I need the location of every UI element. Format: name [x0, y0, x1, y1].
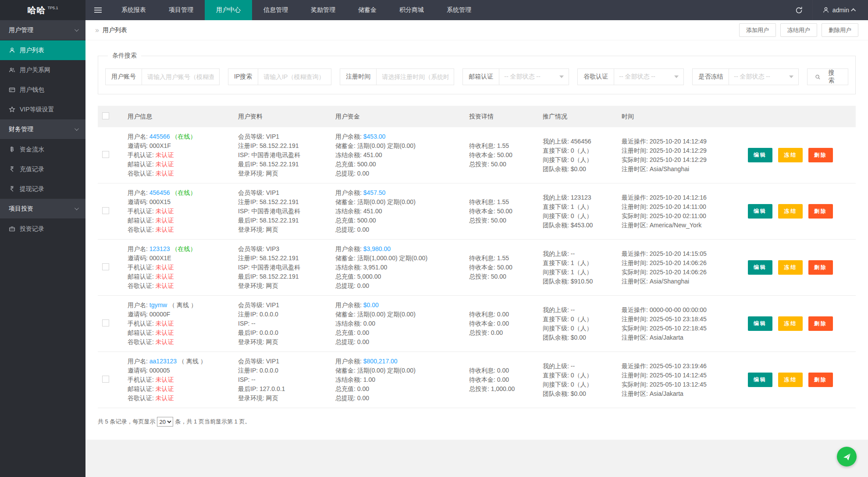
frozen-status-group: 是否冻结 -- 全部状态 --: [692, 68, 799, 85]
freeze-user-button[interactable]: 冻结用户: [780, 23, 817, 37]
ip-search-input[interactable]: [258, 69, 331, 85]
username-link[interactable]: 456456: [149, 189, 170, 196]
sidebar-item-user-network[interactable]: 用户关系网: [0, 60, 85, 80]
register-time: 2025-10-20 14:11:00: [650, 203, 706, 210]
total-withdraw: 0.00: [357, 226, 369, 233]
freeze-button[interactable]: 冻结: [778, 316, 803, 331]
edit-button[interactable]: 编辑: [748, 316, 772, 331]
username-link[interactable]: 445566: [149, 133, 170, 140]
select-all-checkbox[interactable]: [102, 112, 109, 119]
freeze-button[interactable]: 冻结: [778, 204, 803, 219]
register-ip: 58.152.22.191: [260, 255, 299, 262]
tab-project-manage[interactable]: 项目管理: [157, 0, 205, 20]
sidebar-item-user-list[interactable]: 用户列表: [0, 40, 85, 60]
register-time-input[interactable]: [377, 69, 454, 85]
cell-promotion: 我的上级: -- 直接下级: 0（人） 间接下级: 0（人） 团队余额: $0.…: [538, 352, 617, 408]
upline: --: [571, 362, 575, 369]
search-button[interactable]: 搜 索: [807, 68, 848, 85]
username-link[interactable]: 123123: [149, 245, 170, 252]
edit-button[interactable]: 编辑: [748, 148, 772, 162]
cell-user-profile: 会员等级: VIP1 注册IP: 0.0.0.0 ISP: -- 最后IP: 0…: [234, 296, 331, 352]
refresh-button[interactable]: [785, 0, 812, 20]
row-checkbox[interactable]: [102, 151, 109, 158]
sidebar-item-label: 用户关系网: [20, 66, 50, 74]
indirect-subordinates: 1（人）: [571, 269, 593, 276]
page-size-select[interactable]: 20: [157, 417, 173, 427]
hamburger-menu-icon[interactable]: [85, 0, 110, 20]
cell-invest-detail: 待收利息: 1.55 待收本金: 50.00 总投资: 50.00: [465, 240, 538, 296]
search-panel: 条件搜索 用户账号 IP搜索 注册时间 邮箱认证: [98, 52, 856, 94]
online-status: （ 离线 ）: [178, 358, 206, 365]
tab-system-manage[interactable]: 系统管理: [435, 0, 483, 20]
tab-info-manage[interactable]: 信息管理: [252, 0, 299, 20]
invite-code: 000X15: [149, 198, 171, 205]
upline: 456456: [571, 138, 591, 145]
delete-button[interactable]: 删除: [808, 204, 833, 219]
floating-action-button[interactable]: [837, 447, 857, 466]
isp: 中国香港电讯盈科: [251, 208, 300, 215]
add-user-button[interactable]: 添加用户: [739, 23, 776, 37]
login-env: 网页: [266, 226, 278, 233]
tab-savings[interactable]: 储蓄金: [347, 0, 388, 20]
delete-button[interactable]: 删除: [808, 373, 833, 387]
sidebar-section-project-invest[interactable]: 项目投资: [0, 199, 85, 219]
indirect-subordinates: 0（人）: [571, 212, 593, 219]
total-recharge: 500.00: [357, 217, 376, 224]
total-recharge: 500.00: [357, 161, 376, 168]
sidebar-item-vip-settings[interactable]: VIP等级设置: [0, 100, 85, 119]
sidebar-item-fund-flow[interactable]: 资金流水: [0, 140, 85, 159]
username-link[interactable]: tgymw: [149, 301, 167, 308]
freeze-button[interactable]: 冻结: [778, 148, 803, 162]
cell-actions: 编辑 冻结 删除: [743, 183, 856, 240]
google-auth-status: 未认证: [156, 282, 174, 289]
edit-button[interactable]: 编辑: [748, 373, 772, 387]
cell-user-info: 用户名: tgymw（ 离线 ） 邀请码: 00000F 手机认证: 未认证 邮…: [123, 296, 234, 352]
invite-code: 000X1E: [149, 255, 171, 262]
vip-level: VIP1: [266, 358, 279, 365]
sidebar-section-finance-manage[interactable]: 财务管理: [0, 119, 85, 140]
sidebar-item-user-wallet[interactable]: 用户钱包: [0, 80, 85, 100]
sidebar-section-label: 项目投资: [9, 205, 33, 213]
pagination-suffix: 条，共 1 页当前显示第 1 页。: [175, 418, 250, 426]
row-checkbox[interactable]: [102, 319, 109, 326]
username-input[interactable]: [142, 69, 219, 85]
tab-points-mall[interactable]: 积分商城: [388, 0, 435, 20]
paper-plane-icon: [843, 452, 851, 461]
delete-button[interactable]: 删除: [808, 148, 833, 162]
tab-user-center[interactable]: 用户中心: [205, 0, 252, 20]
total-withdraw: 0.00: [357, 170, 369, 177]
row-checkbox[interactable]: [102, 207, 109, 214]
col-promotion: 推广情况: [538, 106, 617, 127]
sidebar-section-user-manage[interactable]: 用户管理: [0, 20, 85, 40]
google-auth-select[interactable]: -- 全部状态 --: [614, 69, 683, 85]
tab-system-report[interactable]: 系统报表: [110, 0, 157, 20]
tab-reward-manage[interactable]: 奖励管理: [299, 0, 347, 20]
frozen-balance: 451.00: [363, 151, 382, 158]
app-logo: 哈哈 TP5.1: [0, 0, 85, 20]
login-env: 网页: [266, 282, 278, 289]
email-auth-select[interactable]: -- 全部状态 --: [499, 69, 569, 85]
star-icon: [9, 106, 15, 113]
search-icon: [815, 74, 821, 80]
delete-button[interactable]: 删除: [808, 316, 833, 331]
pending-interest: 0.00: [497, 367, 509, 374]
delete-button[interactable]: 删除: [808, 260, 833, 275]
sidebar-item-withdraw-records[interactable]: 提现记录: [0, 179, 85, 199]
row-checkbox[interactable]: [102, 376, 109, 383]
username-field-group: 用户账号: [105, 68, 220, 85]
admin-user-menu[interactable]: admin: [812, 0, 868, 20]
sidebar-item-recharge-records[interactable]: 充值记录: [0, 159, 85, 179]
edit-button[interactable]: 编辑: [748, 204, 772, 219]
sidebar-item-invest-records[interactable]: 投资记录: [0, 219, 85, 239]
freeze-button[interactable]: 冻结: [778, 260, 803, 275]
last-ip: 58.152.22.191: [260, 161, 299, 168]
cell-invest-detail: 待收利息: 0.00 待收本金: 0.00 总投资: 1,000.00: [465, 352, 538, 408]
row-checkbox[interactable]: [102, 263, 109, 270]
cell-user-funds: 用户余额: $800,217.00 储蓄金: 活期(0.00) 定期(0.00)…: [331, 352, 465, 408]
frozen-status-select[interactable]: -- 全部状态 --: [729, 69, 798, 85]
delete-user-button[interactable]: 删除用户: [822, 23, 858, 37]
username-link[interactable]: aa123123: [149, 358, 177, 365]
freeze-button[interactable]: 冻结: [778, 373, 803, 387]
edit-button[interactable]: 编辑: [748, 260, 772, 275]
register-ip: 58.152.22.191: [260, 198, 299, 205]
